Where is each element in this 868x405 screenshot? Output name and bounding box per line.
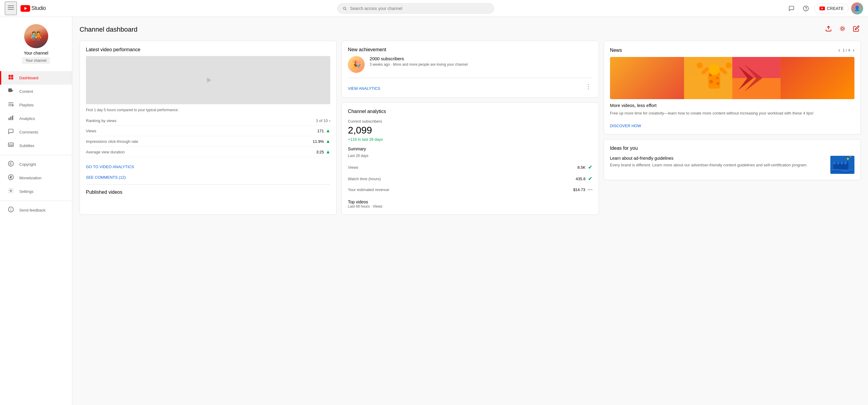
go-to-video-analytics-link[interactable]: GO TO VIDEO ANALYTICS [86,164,330,169]
channel-info: 🧑‍🤝‍🧑 Your channel Your channel [0,17,72,69]
user-avatar[interactable]: 👤 [851,2,863,14]
yt-logo[interactable]: Studio [21,5,46,12]
sidebar-divider-2 [0,201,72,201]
idea-illustration [830,156,855,174]
sidebar-item-subtitles[interactable]: Subtitles [0,139,72,153]
sidebar-label-playlists: Playlists [19,103,34,107]
channel-analytics-title: Channel analytics [348,109,592,114]
sidebar: 🧑‍🤝‍🧑 Your channel Your channel Dashboar… [0,17,72,405]
search-input[interactable] [350,6,489,11]
perf-value-ranking: 3 of 10 › [316,118,330,123]
page-header: Channel dashboard [80,24,861,35]
perf-label-ctr: Impressions click-through rate [86,139,138,144]
published-videos-title: Published videos [86,190,122,195]
svg-rect-20 [10,117,11,120]
perf-row-avg-duration: Average view duration 3:25 ▲ [86,147,330,157]
news-pagination: ‹ 1 / 4 › [838,47,855,53]
summary-row-watchtime: Watch time (hours) 435.8 ✔ [348,173,592,184]
main-content: Channel dashboard [72,17,868,405]
sidebar-label-feedback: Send feedback [19,208,45,213]
summary-subtitle: Last 28 days [348,154,592,158]
svg-point-29 [10,190,12,192]
svg-rect-13 [8,89,12,92]
svg-rect-15 [8,102,13,103]
achievement-card: New achievement 🎉 2000 subscribers 3 wee… [341,41,598,98]
sidebar-item-send-feedback[interactable]: Send feedback [0,204,72,217]
view-analytics-link[interactable]: VIEW ANALYTICS [348,86,380,91]
video-thumbnail [86,56,330,104]
watchtime-check-icon: ✔ [588,176,592,182]
latest-video-title: Latest video performance [86,47,330,53]
edit-button[interactable] [852,24,861,35]
sidebar-item-dashboard[interactable]: Dashboard [0,71,72,85]
views-check-icon: ✔ [588,164,592,170]
ideas-title: Ideas for you [610,146,855,151]
help-button[interactable] [800,2,812,14]
sidebar-label-content: Content [19,89,33,94]
card-links: GO TO VIDEO ANALYTICS SEE COMMENTS (12) [86,161,330,180]
summary-row-views: Views 8.5K ✔ [348,161,592,173]
latest-video-card: Latest video performance First 1 day 5 h… [80,41,337,215]
sidebar-item-analytics[interactable]: Analytics [0,112,72,125]
revenue-dash-icon: — [588,187,592,192]
news-header: News ‹ 1 / 4 › [610,47,855,53]
top-videos-title: Top videos [348,199,592,204]
idea-heading: Learn about ad-friendly guidelines [610,156,827,161]
subtitles-icon [7,142,14,150]
news-prev-button[interactable]: ‹ [838,47,840,53]
play-icon [201,73,216,87]
discover-how-link[interactable]: DISCOVER HOW [610,124,641,128]
svg-marker-18 [12,104,14,107]
search-bar [337,3,494,13]
sidebar-item-playlists[interactable]: Playlists [0,98,72,112]
ideas-card: Ideas for you Learn about ad-friendly gu… [604,139,861,180]
sidebar-item-comments[interactable]: Comments [0,125,72,139]
sidebar-divider [0,155,72,155]
perf-value-views: 171 ▲ [317,128,331,133]
feedback-icon [7,207,14,214]
news-next-button[interactable]: › [852,47,855,53]
right-column: News ‹ 1 / 4 › [604,41,861,215]
duration-up-icon: ▲ [326,149,330,155]
news-desc: Free up more time for creativity—learn h… [610,110,855,116]
upload-button[interactable] [824,24,833,35]
sidebar-label-settings: Settings [19,189,33,194]
svg-rect-58 [837,162,839,164]
menu-button[interactable] [5,1,17,15]
subscribers-value: 2,099 [348,125,592,136]
content-icon [7,88,14,95]
live-button[interactable] [838,24,847,35]
svg-point-49 [716,82,719,85]
news-card: News ‹ 1 / 4 › [604,41,861,134]
svg-rect-57 [833,162,836,164]
svg-rect-24 [11,144,13,145]
svg-point-32 [11,210,11,211]
achievement-info: 2000 subscribers 3 weeks ago · More and … [370,56,592,68]
create-button[interactable]: CREATE [814,4,849,13]
news-card-title: News [610,48,622,53]
analytics-icon [7,115,14,122]
page-actions [824,24,861,35]
sidebar-item-monetization[interactable]: Monetization [0,171,72,185]
dashboard-grid: Latest video performance First 1 day 5 h… [80,41,861,215]
sidebar-label-analytics: Analytics [19,116,35,121]
messages-button[interactable] [785,2,798,14]
svg-point-6 [806,9,806,10]
sidebar-item-settings[interactable]: Settings [0,185,72,198]
perf-value-avg-duration: 3:25 ▲ [316,149,330,155]
achievement-title: 2000 subscribers [370,56,592,61]
svg-rect-16 [8,104,13,104]
perf-row-ctr: Impressions click-through rate 11.9% ▲ [86,136,330,147]
see-comments-link[interactable]: SEE COMMENTS (12) [86,175,330,180]
achievement-more-button[interactable]: ⋮ [584,82,592,91]
perf-label-ranking: Ranking by views [86,118,116,123]
svg-point-34 [841,27,843,30]
summary-value-revenue: $14.73 — [573,187,592,192]
your-channel-link[interactable]: Your channel [22,57,50,64]
sidebar-item-copyright[interactable]: Copyright [0,158,72,171]
sidebar-item-content[interactable]: Content [0,85,72,98]
svg-point-47 [716,77,718,79]
channel-analytics-card: Channel analytics Current subscribers 2,… [341,102,598,215]
create-video-icon [819,6,825,11]
playlists-icon [7,101,14,109]
